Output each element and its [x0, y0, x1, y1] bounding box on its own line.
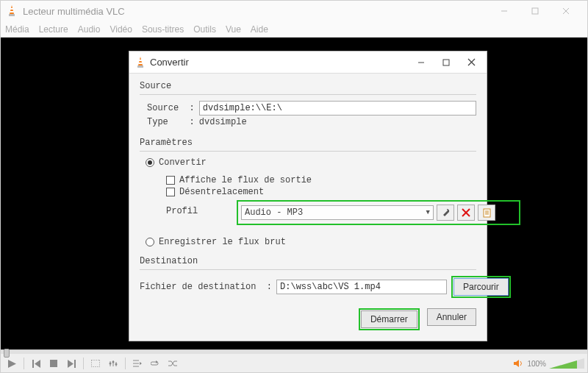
convert-radio-label: Convertir [159, 157, 207, 168]
menu-video[interactable]: Vidéo [110, 24, 132, 35]
edit-profile-button[interactable] [437, 205, 454, 221]
svg-rect-1 [9, 14, 15, 16]
svg-rect-2 [10, 8, 13, 10]
show-output-checkbox[interactable] [166, 176, 175, 185]
shuffle-button[interactable] [165, 356, 181, 371]
svg-point-20 [115, 363, 118, 366]
play-button[interactable] [4, 356, 20, 371]
svg-rect-30 [138, 63, 142, 64]
svg-point-19 [112, 361, 115, 363]
volume-slider[interactable] [549, 358, 584, 369]
profile-selected: Audio - MP3 [245, 207, 303, 218]
start-button[interactable]: Démarrer [361, 310, 417, 328]
svg-marker-12 [68, 360, 74, 368]
dialog-titlebar: Convertir [129, 51, 487, 74]
stop-button[interactable] [46, 356, 62, 371]
window-title: Lecteur multimédia VLC [23, 6, 125, 17]
vlc-icon [7, 5, 17, 17]
convert-radio[interactable] [146, 158, 154, 167]
browse-button[interactable]: Parcourir [453, 278, 509, 296]
destination-group-label: Destination [140, 256, 476, 266]
deinterlace-checkbox[interactable] [166, 188, 175, 196]
svg-rect-13 [74, 360, 76, 368]
vlc-icon [135, 57, 146, 68]
menu-soustitres[interactable]: Sous-titres [142, 24, 184, 35]
cancel-button[interactable]: Annuler [427, 308, 476, 326]
x-icon [462, 208, 470, 217]
svg-rect-5 [532, 8, 538, 14]
dialog-minimize-button[interactable] [409, 52, 434, 73]
raw-radio[interactable] [146, 238, 154, 246]
deinterlace-label: Désentrelacement [179, 187, 264, 197]
convert-dialog: Convertir Source Source : Type : dvdsimp… [129, 51, 487, 341]
delete-profile-button[interactable] [457, 205, 475, 221]
svg-point-18 [110, 363, 112, 365]
menu-aide[interactable]: Aide [251, 24, 268, 35]
show-output-label: Affiche le flux de sortie [179, 175, 312, 185]
loop-button[interactable] [147, 356, 163, 371]
new-profile-button[interactable] [478, 205, 495, 221]
svg-rect-11 [50, 360, 57, 367]
svg-rect-9 [32, 360, 34, 368]
raw-radio-label: Enregistrer le flux brut [159, 237, 286, 247]
dialog-maximize-button[interactable] [434, 52, 459, 73]
seek-slider[interactable] [1, 349, 587, 354]
destination-file-input[interactable] [276, 280, 447, 294]
type-label: Type : [147, 117, 195, 127]
menu-vue[interactable]: Vue [226, 24, 241, 35]
mute-icon[interactable] [514, 359, 524, 368]
menu-audio[interactable]: Audio [78, 24, 101, 35]
playlist-button[interactable] [129, 356, 146, 371]
profile-label: Profil [166, 206, 237, 216]
svg-marker-26 [514, 360, 519, 367]
fullscreen-button[interactable] [87, 356, 104, 371]
destination-file-label: Fichier de destination : [140, 282, 272, 292]
profile-combobox[interactable]: Audio - MP3 ▼ [241, 205, 434, 220]
svg-marker-24 [140, 362, 142, 365]
dialog-close-button[interactable] [459, 52, 484, 73]
menu-media[interactable]: Média [5, 24, 29, 35]
next-button[interactable] [63, 356, 79, 371]
new-doc-icon [482, 208, 492, 218]
playback-control-bar: 100% [1, 354, 587, 373]
svg-rect-28 [137, 65, 143, 68]
prev-button[interactable] [28, 356, 44, 371]
type-value: dvdsimple [199, 117, 247, 127]
minimize-button[interactable] [489, 1, 520, 21]
source-label: Source : [147, 103, 195, 113]
svg-marker-8 [8, 360, 16, 368]
profile-highlight: Audio - MP3 ▼ [237, 200, 520, 225]
wrench-icon [441, 208, 451, 218]
menu-bar: Média Lecture Audio Vidéo Sous-titres Ou… [1, 21, 587, 38]
chevron-down-icon: ▼ [426, 209, 430, 216]
source-group-label: Source [140, 81, 476, 91]
svg-rect-3 [10, 11, 13, 13]
dialog-title: Convertir [150, 57, 189, 68]
browse-highlight: Parcourir [451, 276, 511, 298]
menu-outils[interactable]: Outils [193, 24, 216, 35]
volume-percent: 100% [527, 360, 546, 368]
source-input[interactable] [199, 101, 476, 116]
main-window-controls [489, 1, 581, 21]
svg-rect-14 [91, 360, 100, 367]
start-highlight: Démarrer [359, 308, 420, 330]
menu-lecture[interactable]: Lecture [39, 24, 68, 35]
svg-marker-10 [35, 360, 40, 368]
extended-settings-button[interactable] [105, 356, 121, 371]
main-titlebar: Lecteur multimédia VLC [1, 1, 587, 21]
svg-rect-29 [139, 60, 142, 61]
close-button[interactable] [551, 1, 581, 21]
svg-rect-32 [443, 60, 449, 65]
maximize-button[interactable] [520, 1, 551, 21]
params-group-label: Paramètres [140, 138, 476, 148]
